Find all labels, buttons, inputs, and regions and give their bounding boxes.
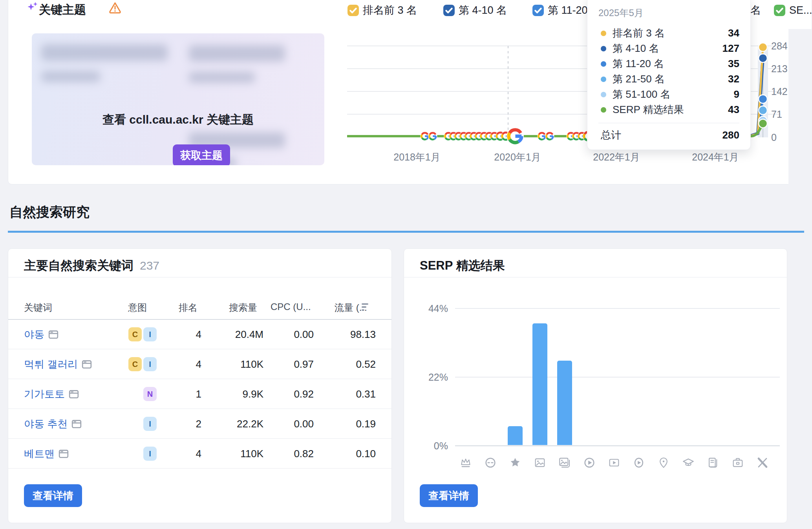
tooltip-row: 排名前 3 名 34 bbox=[598, 26, 739, 41]
google-logo-icon[interactable] bbox=[428, 132, 437, 141]
tooltip-row-label: 第 51-100 名 bbox=[613, 88, 670, 101]
sort-descending-icon[interactable] bbox=[362, 303, 372, 312]
legend-dot bbox=[601, 107, 606, 113]
keywords-card-title-text: 主要自然搜索关键词 bbox=[24, 259, 134, 272]
serp-preview-icon[interactable] bbox=[69, 389, 79, 399]
intent-badge-C[interactable]: C bbox=[128, 327, 142, 341]
tooltip-row: 第 51-100 名 9 bbox=[598, 87, 739, 102]
star-icon[interactable] bbox=[508, 456, 522, 469]
warning-icon[interactable] bbox=[109, 1, 121, 14]
intent-badge-I[interactable]: I bbox=[143, 447, 157, 461]
col-header-volume[interactable]: 搜索量 bbox=[229, 301, 257, 314]
traffic-value: 0.52 bbox=[356, 349, 376, 379]
checkbox-checked-icon[interactable] bbox=[532, 5, 544, 16]
filter-label: 第 4-10 名 bbox=[459, 3, 507, 17]
cpc-value: 0.97 bbox=[294, 349, 314, 379]
get-topics-button[interactable]: 获取主题 bbox=[173, 144, 230, 165]
intent-badge-I[interactable]: I bbox=[143, 357, 157, 371]
page: 关键主题 查看 ccll.cau.ac.kr 关键主题 获取主题 排名前 3 名 bbox=[0, 0, 812, 529]
trend-x-tick: 2018年1月 bbox=[393, 151, 441, 164]
keyword-link[interactable]: 야동 추천 bbox=[24, 417, 68, 431]
bar-image-carousel[interactable] bbox=[557, 361, 572, 445]
keyword-cell: 기가토토 bbox=[24, 379, 79, 409]
keyword-link[interactable]: 기가토토 bbox=[24, 387, 65, 401]
keyword-link[interactable]: 야동 bbox=[24, 328, 44, 341]
volume-value: 9.9K bbox=[243, 379, 264, 409]
education-cap-icon[interactable] bbox=[682, 456, 695, 469]
serp-preview-icon[interactable] bbox=[82, 359, 92, 369]
google-update-annotations[interactable] bbox=[421, 128, 594, 145]
trend-y-tick: 0 bbox=[771, 132, 777, 143]
tooltip-rows: 排名前 3 名 34 第 4-10 名 127 第 11-20 名 35 第 2… bbox=[598, 26, 739, 117]
briefcase-icon[interactable] bbox=[731, 456, 744, 469]
tooltip-row: 第 21-50 名 32 bbox=[598, 71, 739, 87]
tooltip-row-value: 35 bbox=[728, 58, 739, 70]
serp-preview-icon[interactable] bbox=[59, 449, 69, 459]
volume-value: 110K bbox=[240, 439, 263, 469]
legend-dot bbox=[601, 46, 606, 51]
table-row: 기가토토 N 1 9.9K 0.92 0.31 bbox=[8, 379, 391, 409]
keywords-details-button[interactable]: 查看详情 bbox=[24, 484, 82, 507]
filter-item-0[interactable]: 排名前 3 名 bbox=[347, 4, 417, 16]
tooltip-row: SERP 精选结果 43 bbox=[598, 102, 739, 117]
location-pin-icon[interactable] bbox=[657, 456, 670, 469]
series-end-dot bbox=[759, 95, 767, 103]
blurred-text-block bbox=[41, 44, 168, 61]
col-header-keyword[interactable]: 关键词 bbox=[24, 301, 52, 314]
series-end-dot bbox=[759, 106, 767, 115]
serp-preview-icon[interactable] bbox=[48, 329, 59, 339]
table-row: 야동 CI 4 20.4M 0.00 98.13 bbox=[8, 319, 391, 349]
serp-preview-icon[interactable] bbox=[71, 419, 82, 429]
tooltip-row: 第 11-20 名 35 bbox=[598, 56, 739, 71]
intent-badge-I[interactable]: I bbox=[143, 327, 157, 341]
checkbox-checked-icon[interactable] bbox=[443, 5, 455, 16]
image-icon[interactable] bbox=[533, 456, 547, 469]
locked-topics-preview: 查看 ccll.cau.ac.kr 关键主题 获取主题 bbox=[32, 33, 324, 165]
filter-item-5[interactable]: SE... bbox=[774, 4, 812, 16]
traffic-value: 0.31 bbox=[356, 379, 376, 409]
rank-value: 4 bbox=[196, 439, 201, 469]
legend-dot bbox=[601, 31, 606, 36]
table-row: 먹튀 갤러리 CI 4 110K 0.97 0.52 bbox=[8, 349, 391, 379]
volume-value: 110K bbox=[240, 349, 263, 379]
google-logo-icon[interactable] bbox=[421, 132, 430, 141]
link-icon[interactable] bbox=[484, 456, 497, 469]
play-circle-icon[interactable] bbox=[632, 456, 646, 469]
google-logo-icon[interactable] bbox=[538, 132, 547, 141]
bar-star[interactable] bbox=[508, 426, 523, 445]
x-twitter-icon[interactable] bbox=[756, 456, 769, 469]
image-carousel-icon[interactable] bbox=[558, 456, 571, 469]
table-row: 베트맨 I 4 110K 0.82 0.10 bbox=[8, 439, 391, 469]
google-logo-icon[interactable] bbox=[507, 128, 524, 145]
series-end-dot bbox=[759, 54, 767, 62]
keyword-link[interactable]: 먹튀 갤러리 bbox=[24, 358, 78, 371]
col-header-rank[interactable]: 排名 bbox=[179, 301, 198, 314]
intent-badge-C[interactable]: C bbox=[128, 357, 142, 371]
video-box-icon[interactable] bbox=[607, 456, 621, 469]
tooltip-row-label: 第 4-10 名 bbox=[613, 42, 659, 55]
trend-y-tick: 213 bbox=[771, 63, 788, 75]
bar-image[interactable] bbox=[532, 323, 547, 445]
filter-item-1[interactable]: 第 4-10 名 bbox=[443, 4, 507, 16]
news-pages-icon[interactable] bbox=[706, 456, 720, 469]
tooltip-total-label: 总计 bbox=[601, 128, 621, 142]
blurred-text-block bbox=[189, 72, 255, 83]
intent-badge-N[interactable]: N bbox=[143, 387, 157, 401]
keyword-link[interactable]: 베트맨 bbox=[24, 447, 55, 461]
checkbox-checked-icon[interactable] bbox=[774, 5, 785, 16]
intent-badge-I[interactable]: I bbox=[143, 417, 157, 431]
legend-dot bbox=[601, 77, 606, 82]
traffic-value: 0.19 bbox=[356, 409, 376, 439]
legend-dot bbox=[601, 61, 606, 67]
cpc-value: 0.00 bbox=[294, 319, 314, 349]
google-logo-icon[interactable] bbox=[545, 132, 554, 141]
col-header-intent[interactable]: 意图 bbox=[128, 301, 147, 314]
tooltip-row-label: 第 21-50 名 bbox=[613, 72, 665, 86]
trend-x-tick: 2020年1月 bbox=[494, 151, 541, 164]
checkbox-checked-icon[interactable] bbox=[347, 5, 359, 16]
crown-icon[interactable] bbox=[459, 456, 472, 469]
serp-details-button[interactable]: 查看详情 bbox=[420, 484, 478, 507]
trend-y-tick: 71 bbox=[771, 109, 782, 120]
video-circle-icon[interactable] bbox=[583, 456, 596, 469]
col-header-cpc[interactable]: CPC (U... bbox=[271, 301, 311, 312]
